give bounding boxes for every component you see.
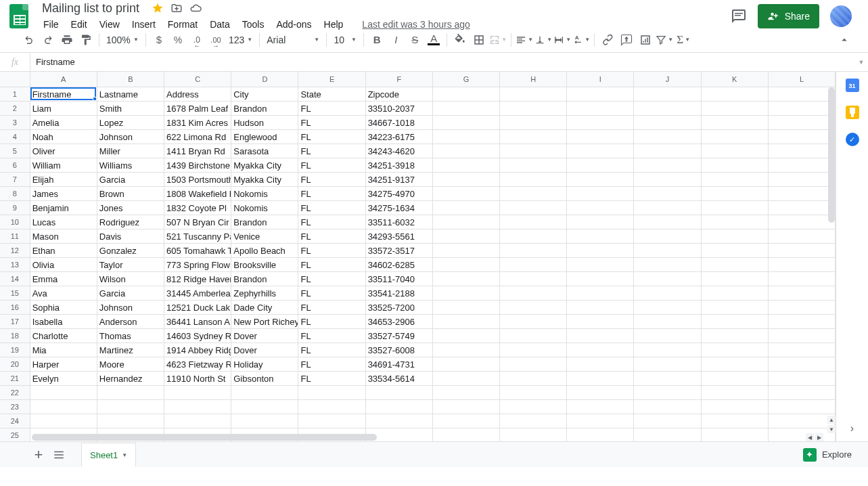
cell[interactable]: William	[30, 158, 97, 173]
last-edit-link[interactable]: Last edit was 3 hours ago	[362, 19, 470, 30]
cell[interactable]: Zephyrhills	[231, 286, 298, 301]
cell[interactable]: FL	[298, 343, 365, 357]
cell[interactable]: Wilson	[97, 272, 164, 286]
cell[interactable]	[769, 244, 836, 258]
column-header-F[interactable]: F	[366, 72, 433, 87]
cell[interactable]: 812 Ridge Haven	[164, 272, 231, 286]
row-header[interactable]: 25	[0, 428, 30, 441]
cell[interactable]: Anderson	[97, 315, 164, 329]
cell[interactable]: FL	[298, 244, 365, 258]
cell[interactable]	[433, 102, 500, 116]
cell[interactable]: Lucas	[30, 215, 97, 229]
cell[interactable]	[567, 357, 634, 372]
cell[interactable]: 34251-9137	[366, 173, 433, 187]
text-color-button[interactable]: A	[425, 31, 442, 49]
cell[interactable]	[634, 315, 701, 329]
cell[interactable]	[769, 329, 836, 343]
cell[interactable]	[567, 343, 634, 357]
cell[interactable]	[433, 244, 500, 258]
cell[interactable]	[634, 258, 701, 272]
cell[interactable]	[702, 201, 769, 215]
cell[interactable]	[634, 244, 701, 258]
select-all-corner[interactable]	[0, 72, 30, 87]
cell[interactable]	[769, 116, 836, 130]
cell[interactable]	[433, 343, 500, 357]
column-header-L[interactable]: L	[769, 72, 836, 87]
cell[interactable]	[634, 372, 701, 386]
cell[interactable]: 33572-3517	[366, 244, 433, 258]
zoom-dropdown[interactable]: 100%▼	[104, 32, 141, 48]
cell[interactable]	[634, 329, 701, 343]
scroll-left-icon[interactable]: ◀	[806, 433, 814, 441]
cell[interactable]	[500, 329, 567, 343]
cell[interactable]: FL	[298, 301, 365, 315]
cell[interactable]: Nokomis	[231, 201, 298, 215]
cell[interactable]	[769, 414, 836, 428]
cell[interactable]	[702, 116, 769, 130]
row-header[interactable]: 20	[0, 357, 30, 372]
cell[interactable]	[567, 229, 634, 244]
cell[interactable]	[702, 130, 769, 144]
cell[interactable]	[769, 357, 836, 372]
formula-expand-button[interactable]: ▼	[854, 59, 868, 66]
tasks-icon[interactable]	[846, 133, 859, 146]
cell[interactable]	[702, 244, 769, 258]
cell[interactable]	[702, 173, 769, 187]
currency-button[interactable]: $	[150, 31, 168, 49]
insert-link-button[interactable]	[599, 31, 616, 49]
cell[interactable]: 12521 Duck Lak	[164, 301, 231, 315]
cell[interactable]: 31445 Amberlea	[164, 286, 231, 301]
cell[interactable]	[769, 386, 836, 400]
menu-addons[interactable]: Add-ons	[271, 16, 317, 32]
filter-button[interactable]: ▼	[656, 31, 673, 49]
cell[interactable]: 33525-7200	[366, 301, 433, 315]
cell[interactable]	[702, 315, 769, 329]
cell[interactable]: Ethan	[30, 244, 97, 258]
cell[interactable]: 34243-4620	[366, 144, 433, 158]
cell[interactable]: Lopez	[97, 116, 164, 130]
move-icon[interactable]	[170, 2, 183, 14]
column-header-D[interactable]: D	[231, 72, 298, 87]
cell[interactable]	[433, 329, 500, 343]
cell[interactable]: James	[30, 187, 97, 201]
cell[interactable]	[500, 315, 567, 329]
cell[interactable]	[298, 400, 365, 414]
cell[interactable]	[366, 386, 433, 400]
menu-tools[interactable]: Tools	[237, 16, 270, 32]
explore-button[interactable]: ✦ Explore	[796, 444, 859, 466]
merge-cells-button[interactable]: ▼	[489, 31, 507, 49]
cell[interactable]: Miller	[97, 144, 164, 158]
cell[interactable]: Address	[164, 87, 231, 102]
cell[interactable]: FL	[298, 102, 365, 116]
cell[interactable]: FL	[298, 173, 365, 187]
insert-comment-button[interactable]	[618, 31, 635, 49]
cell[interactable]: Amelia	[30, 116, 97, 130]
cell[interactable]	[702, 301, 769, 315]
percent-button[interactable]: %	[169, 31, 187, 49]
row-header[interactable]: 18	[0, 329, 30, 343]
cell[interactable]: New Port Richey	[231, 315, 298, 329]
cell[interactable]	[30, 386, 97, 400]
cell[interactable]	[500, 343, 567, 357]
cloud-status-icon[interactable]	[189, 2, 202, 14]
cell[interactable]	[702, 258, 769, 272]
cell[interactable]	[567, 414, 634, 428]
cell[interactable]: 1411 Bryan Rd	[164, 144, 231, 158]
undo-button[interactable]	[20, 31, 38, 49]
cell[interactable]: Ava	[30, 286, 97, 301]
cell[interactable]: Brandon	[231, 272, 298, 286]
cell[interactable]	[500, 272, 567, 286]
cell[interactable]: Sophia	[30, 301, 97, 315]
cell[interactable]: Oliver	[30, 144, 97, 158]
cell[interactable]: 33511-7040	[366, 272, 433, 286]
row-header[interactable]: 23	[0, 400, 30, 414]
fill-color-button[interactable]	[451, 31, 469, 49]
cell[interactable]	[433, 357, 500, 372]
cell[interactable]: Myakka City	[231, 158, 298, 173]
cell[interactable]	[500, 201, 567, 215]
cell[interactable]	[433, 400, 500, 414]
cell[interactable]: 34293-5561	[366, 229, 433, 244]
cell[interactable]: Nokomis	[231, 187, 298, 201]
cell[interactable]	[769, 258, 836, 272]
cell[interactable]: Dade City	[231, 301, 298, 315]
